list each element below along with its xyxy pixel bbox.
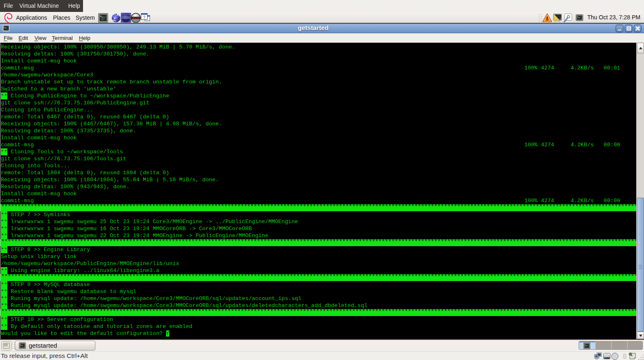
svg-text:?: ? (143, 15, 145, 20)
